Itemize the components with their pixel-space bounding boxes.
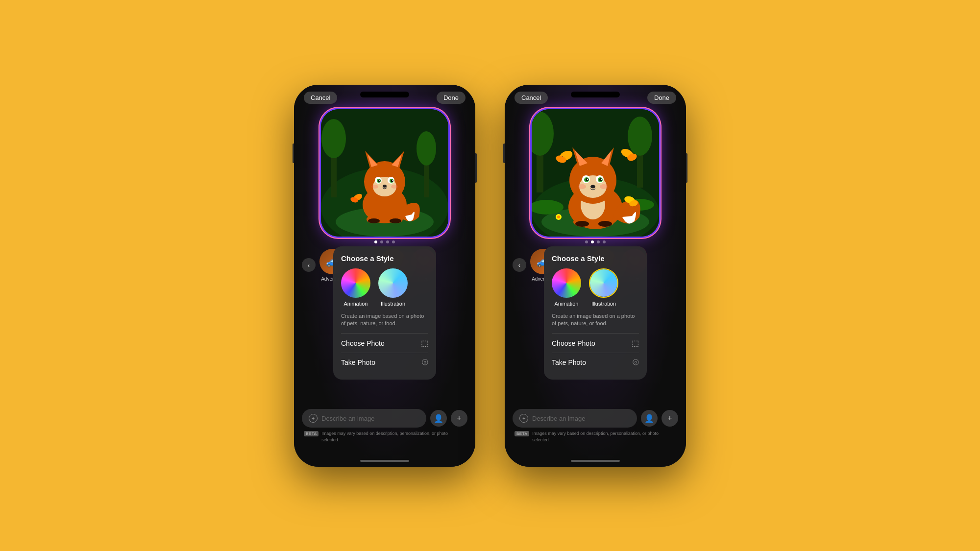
choose-photo-option-left[interactable]: Choose Photo ⬚ xyxy=(341,333,428,353)
popup-desc-right: Create an image based on a photo of pets… xyxy=(552,312,639,328)
svg-point-71 xyxy=(557,216,560,218)
nav-arrow-left-left[interactable]: ‹ xyxy=(302,258,316,272)
side-button-right xyxy=(475,153,477,183)
sparkle-icon-right: ✦ xyxy=(519,414,528,423)
popup-desc-left: Create an image based on a photo of pets… xyxy=(341,312,428,328)
svg-point-54 xyxy=(587,178,588,179)
illustration-gradient-left xyxy=(378,268,408,298)
nav-arrow-left-right[interactable]: ‹ xyxy=(513,258,526,272)
describe-placeholder-right: Describe an image xyxy=(532,415,585,422)
svg-point-58 xyxy=(600,184,608,189)
fox-svg-right xyxy=(532,109,659,237)
popup-style-illustration-right[interactable]: Illustration xyxy=(589,268,618,307)
beta-notice-right: BETA Images may vary based on descriptio… xyxy=(513,431,678,443)
person-button-left[interactable]: 👤 xyxy=(430,410,447,427)
take-photo-label-left: Take Photo xyxy=(341,359,375,366)
person-button-right[interactable]: 👤 xyxy=(641,410,658,427)
home-indicator-right xyxy=(571,460,620,462)
svg-point-30 xyxy=(390,218,401,223)
svg-point-53 xyxy=(599,178,602,181)
bottom-bar-right: ✦ Describe an image 👤 + BETA Images may … xyxy=(505,409,686,443)
popup-title-right: Choose a Style xyxy=(552,254,639,263)
take-photo-option-right[interactable]: Take Photo ⦾ xyxy=(552,353,639,372)
svg-point-4 xyxy=(321,119,346,158)
pagination-dots-left xyxy=(374,240,395,243)
dot-3 xyxy=(386,240,389,243)
popup-styles-left: Animation Illustration xyxy=(341,268,428,307)
svg-point-37 xyxy=(628,117,652,156)
popup-style-illustration-left[interactable]: Illustration xyxy=(378,268,408,307)
svg-point-52 xyxy=(586,178,588,181)
popup-style-animation-right[interactable]: Animation xyxy=(552,268,581,307)
input-row-left: ✦ Describe an image 👤 + xyxy=(302,409,467,428)
svg-point-18 xyxy=(378,179,381,182)
beta-tag-right: BETA xyxy=(514,431,529,436)
describe-input-right[interactable]: ✦ Describe an image xyxy=(513,409,637,428)
animation-gradient-right xyxy=(552,268,581,298)
svg-point-6 xyxy=(416,131,436,166)
animation-label-left: Animation xyxy=(344,301,368,307)
svg-point-57 xyxy=(578,184,586,189)
fox-illustration-right xyxy=(532,109,659,237)
animation-circle-left xyxy=(341,268,370,298)
svg-point-29 xyxy=(368,218,380,223)
pagination-dots-right xyxy=(585,240,606,243)
dot-4 xyxy=(392,240,395,243)
sparkle-icon-left: ✦ xyxy=(309,414,318,423)
dot-r1 xyxy=(585,240,588,243)
dot-1 xyxy=(374,240,377,243)
take-photo-option-left[interactable]: Take Photo ⦾ xyxy=(341,353,428,372)
describe-input-left[interactable]: ✦ Describe an image xyxy=(302,409,426,428)
popup-styles-right: Animation Illustration xyxy=(552,268,639,307)
phone-right-body: Cancel Done xyxy=(505,85,686,467)
bottom-bar-left: ✦ Describe an image 👤 + BETA Images may … xyxy=(294,409,475,443)
svg-point-22 xyxy=(383,185,387,188)
animation-label-right: Animation xyxy=(555,301,579,307)
phone-left: Cancel Done xyxy=(294,85,475,467)
svg-point-56 xyxy=(590,185,595,188)
beta-tag-left: BETA xyxy=(304,431,318,436)
animation-circle-right xyxy=(552,268,581,298)
svg-point-21 xyxy=(392,180,393,181)
style-popup-right: Choose a Style Animation Illustration Cr… xyxy=(544,246,647,380)
svg-point-20 xyxy=(379,180,380,181)
cancel-button-left[interactable]: Cancel xyxy=(304,92,337,104)
side-button-right-right xyxy=(686,153,687,183)
describe-placeholder-left: Describe an image xyxy=(321,415,374,422)
svg-point-24 xyxy=(391,185,398,189)
beta-text-left: Images may vary based on description, pe… xyxy=(321,431,466,443)
input-row-right: ✦ Describe an image 👤 + xyxy=(513,409,678,428)
plus-button-right[interactable]: + xyxy=(662,410,678,427)
take-photo-icon-right: ⦾ xyxy=(633,358,639,367)
illustration-circle-right xyxy=(589,268,618,298)
top-bar-right: Cancel Done xyxy=(505,92,686,104)
top-bar-left: Cancel Done xyxy=(294,92,475,104)
home-indicator-left xyxy=(360,460,409,462)
dot-r2 xyxy=(591,240,594,243)
fox-illustration-left xyxy=(321,109,448,237)
illustration-circle-left xyxy=(378,268,408,298)
fox-svg-left xyxy=(321,109,448,237)
phone-right: Cancel Done xyxy=(505,85,686,467)
dot-r4 xyxy=(603,240,606,243)
style-popup-left: Choose a Style Animation Illustration Cr… xyxy=(333,246,436,380)
svg-point-55 xyxy=(601,178,602,179)
plus-button-left[interactable]: + xyxy=(451,410,467,427)
svg-point-23 xyxy=(371,185,378,189)
choose-photo-icon-left: ⬚ xyxy=(421,338,428,348)
beta-notice-left: BETA Images may vary based on descriptio… xyxy=(302,431,467,443)
popup-title-left: Choose a Style xyxy=(341,254,428,263)
choose-photo-option-right[interactable]: Choose Photo ⬚ xyxy=(552,333,639,353)
done-button-left[interactable]: Done xyxy=(437,92,466,104)
phone-left-body: Cancel Done xyxy=(294,85,475,467)
take-photo-icon-left: ⦾ xyxy=(422,358,428,367)
illustration-label-left: Illustration xyxy=(381,301,405,307)
choose-photo-label-right: Choose Photo xyxy=(552,339,595,347)
svg-point-68 xyxy=(575,221,589,227)
done-button-right[interactable]: Done xyxy=(647,92,676,104)
beta-text-right: Images may vary based on description, pe… xyxy=(532,431,676,443)
svg-point-19 xyxy=(391,179,393,182)
illustration-gradient-right xyxy=(590,269,617,297)
popup-style-animation-left[interactable]: Animation xyxy=(341,268,370,307)
cancel-button-right[interactable]: Cancel xyxy=(514,92,548,104)
